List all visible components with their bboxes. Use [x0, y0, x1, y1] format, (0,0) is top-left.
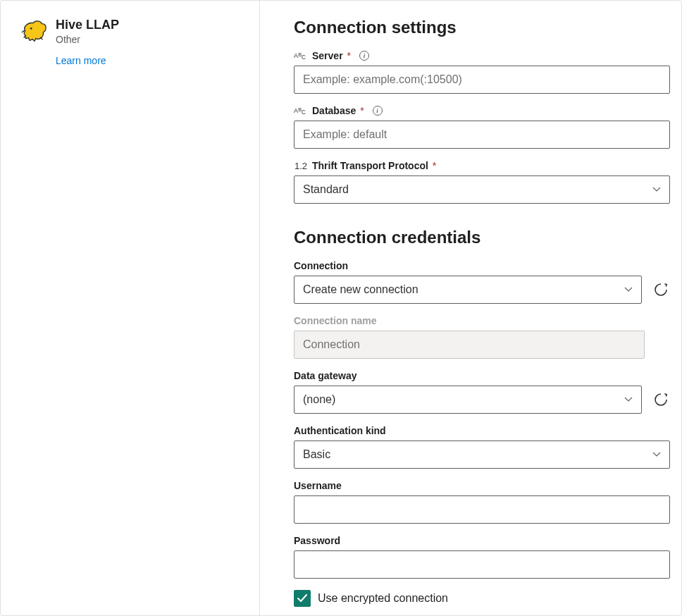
- connection-name-label: Connection name: [294, 315, 670, 326]
- chevron-down-icon: [624, 397, 633, 402]
- connection-credentials-heading: Connection credentials: [294, 228, 670, 247]
- password-label: Password: [294, 535, 670, 546]
- refresh-connection-button[interactable]: [652, 281, 670, 299]
- password-input[interactable]: [294, 550, 670, 579]
- auth-kind-select[interactable]: Basic: [294, 441, 670, 469]
- hive-llap-icon: [20, 19, 47, 46]
- thrift-field: 1.2 Thrift Transport Protocol * Standard: [294, 160, 670, 204]
- text-type-icon: A B C: [294, 50, 308, 61]
- number-type-icon: 1.2: [294, 160, 308, 171]
- thrift-select[interactable]: Standard: [294, 175, 670, 204]
- chevron-down-icon: [624, 287, 633, 292]
- chevron-down-icon: [652, 452, 661, 457]
- server-label: Server *: [312, 50, 351, 61]
- server-field: A B C Server * i: [294, 50, 670, 94]
- svg-text:C: C: [302, 54, 306, 61]
- check-icon: [297, 594, 307, 603]
- refresh-gateway-button[interactable]: [652, 390, 670, 409]
- password-field: Password: [294, 535, 670, 579]
- svg-point-0: [30, 27, 32, 30]
- thrift-label: Thrift Transport Protocol *: [312, 160, 436, 171]
- encrypted-checkbox[interactable]: [294, 590, 311, 607]
- database-label: Database *: [312, 105, 364, 116]
- connector-title: Hive LLAP: [56, 18, 119, 32]
- svg-text:C: C: [302, 109, 306, 116]
- username-label: Username: [294, 480, 670, 491]
- sidebar: Hive LLAP Other Learn more: [1, 1, 260, 615]
- chevron-down-icon: [652, 187, 661, 192]
- gateway-select[interactable]: (none): [294, 386, 642, 414]
- sidebar-text: Hive LLAP Other Learn more: [56, 18, 119, 598]
- username-field: Username: [294, 480, 670, 524]
- auth-kind-label: Authentication kind: [294, 425, 670, 436]
- main-panel: Connection settings A B C Server * i: [260, 1, 681, 615]
- database-input[interactable]: [294, 121, 670, 149]
- learn-more-link[interactable]: Learn more: [56, 55, 106, 66]
- gateway-field: Data gateway (none): [294, 370, 670, 414]
- connection-name-input: [294, 331, 645, 359]
- info-icon[interactable]: i: [359, 51, 369, 61]
- database-field: A B C Database * i: [294, 105, 670, 149]
- encrypted-label: Use encrypted connection: [318, 592, 448, 605]
- connection-select[interactable]: Create new connection: [294, 276, 642, 304]
- text-type-icon: A B C: [294, 105, 308, 116]
- connection-name-field: Connection name: [294, 315, 670, 359]
- dialog-root: Hive LLAP Other Learn more Connection se…: [0, 0, 682, 616]
- server-input[interactable]: [294, 66, 670, 94]
- gateway-label: Data gateway: [294, 370, 670, 381]
- auth-kind-field: Authentication kind Basic: [294, 425, 670, 469]
- connection-settings-heading: Connection settings: [294, 18, 670, 37]
- connection-field: Connection Create new connection: [294, 260, 670, 304]
- connection-label: Connection: [294, 260, 670, 271]
- connector-category: Other: [56, 34, 119, 45]
- info-icon[interactable]: i: [373, 106, 383, 116]
- username-input[interactable]: [294, 495, 670, 524]
- encrypted-row: Use encrypted connection: [294, 590, 670, 607]
